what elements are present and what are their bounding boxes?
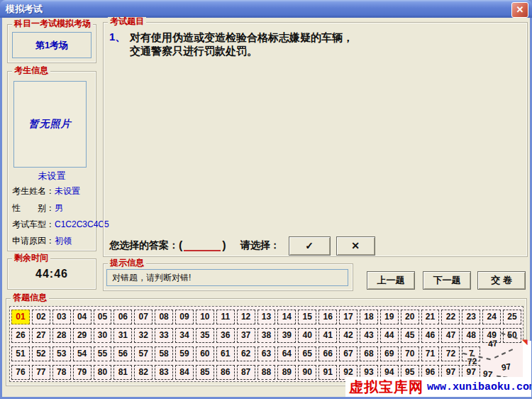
answer-cell[interactable]: 87 <box>237 365 255 380</box>
field-vehicle-type-value: C1C2C3C4C5 <box>55 219 109 229</box>
answer-cell[interactable]: 09 <box>175 310 194 324</box>
answer-cell[interactable]: 03 <box>52 310 71 324</box>
answer-cell[interactable]: 06 <box>113 310 132 324</box>
titlebar[interactable]: 模拟考试 ✕ <box>0 0 532 18</box>
answer-cell[interactable]: 37 <box>237 328 255 343</box>
answer-cell[interactable]: 18 <box>360 310 378 324</box>
next-question-button[interactable]: 下一题 <box>423 271 471 290</box>
answer-cell[interactable]: 52 <box>32 346 50 361</box>
answer-cell[interactable]: 47 <box>441 328 460 343</box>
answer-cell[interactable]: 22 <box>441 310 460 324</box>
answer-cell[interactable]: 70 <box>401 346 419 361</box>
answer-cell[interactable]: 84 <box>175 365 194 380</box>
answer-cell[interactable]: 61 <box>216 346 235 361</box>
answer-cell[interactable]: 90 <box>298 365 316 380</box>
answer-cell[interactable]: 11 <box>216 310 235 324</box>
answer-cell[interactable]: 86 <box>216 365 235 380</box>
answer-cell[interactable]: 43 <box>360 328 378 343</box>
answer-cell[interactable]: 25 <box>503 310 521 324</box>
answer-cell[interactable]: 08 <box>155 310 173 324</box>
answer-cell[interactable]: 40 <box>298 328 316 343</box>
answer-cell[interactable]: 78 <box>52 365 71 380</box>
answer-cell[interactable]: 07 <box>134 310 153 324</box>
answer-cell[interactable]: 71 <box>421 346 440 361</box>
answer-cell[interactable]: 12 <box>237 310 255 324</box>
answer-cell[interactable]: 35 <box>196 328 214 343</box>
close-button[interactable]: ✕ <box>511 2 528 18</box>
answer-cell[interactable]: 56 <box>113 346 132 361</box>
answer-cell[interactable]: 17 <box>339 310 358 324</box>
answer-cell[interactable]: 88 <box>257 365 276 380</box>
answer-cell[interactable]: 51 <box>11 346 30 361</box>
answer-cell[interactable]: 04 <box>73 310 92 324</box>
answer-cell[interactable]: 29 <box>73 328 92 343</box>
answer-cell[interactable]: 89 <box>277 365 296 380</box>
answer-cell[interactable]: 05 <box>94 310 112 324</box>
submit-exam-button[interactable]: 交 卷 <box>477 271 526 290</box>
answer-cell[interactable]: 44 <box>380 328 399 343</box>
answer-cell[interactable]: 30 <box>94 328 112 343</box>
answer-cell[interactable]: 02 <box>32 310 50 324</box>
answer-cell[interactable]: 15 <box>298 310 316 324</box>
answer-cell[interactable]: 76 <box>11 365 30 380</box>
answer-cell[interactable]: 16 <box>318 310 337 324</box>
answer-cell[interactable]: 60 <box>196 346 214 361</box>
answer-cell[interactable]: 01 <box>11 310 30 324</box>
answer-cell[interactable]: 36 <box>216 328 235 343</box>
answer-cell[interactable]: 63 <box>257 346 276 361</box>
answer-cell[interactable]: 68 <box>360 346 378 361</box>
answer-cell[interactable]: 39 <box>277 328 296 343</box>
answer-cell[interactable]: 32 <box>134 328 153 343</box>
answer-cell[interactable]: 48 <box>462 328 480 343</box>
answer-cell[interactable]: 46 <box>421 328 440 343</box>
answer-cell[interactable]: 55 <box>94 346 112 361</box>
answer-cell[interactable]: 72 <box>441 346 460 361</box>
answer-cell[interactable]: 81 <box>113 365 132 380</box>
answer-cell[interactable]: 59 <box>175 346 194 361</box>
answer-cell[interactable]: 19 <box>380 310 399 324</box>
answer-cell[interactable]: 57 <box>134 346 153 361</box>
answer-cell[interactable]: 42 <box>339 328 358 343</box>
answer-false-button[interactable]: ✕ <box>336 236 375 256</box>
answer-cell[interactable]: 45 <box>401 328 419 343</box>
watermark-url[interactable]: www.xunibaoku.com <box>427 381 531 393</box>
answer-cell[interactable]: 34 <box>175 328 194 343</box>
question-group: 考试题目 1、 对有使用伪造或变造检验合格标志嫌疑的车辆， 交通警察只进行罚款处… <box>103 22 528 257</box>
prev-question-button[interactable]: 上一题 <box>367 271 415 290</box>
answer-cell[interactable]: 41 <box>318 328 337 343</box>
answer-cell[interactable]: 82 <box>134 365 153 380</box>
answer-cell[interactable]: 65 <box>298 346 316 361</box>
answer-cell[interactable]: 62 <box>237 346 255 361</box>
answer-cell[interactable]: 20 <box>401 310 419 324</box>
answer-cell[interactable]: 10 <box>196 310 214 324</box>
answer-cell[interactable]: 38 <box>257 328 276 343</box>
answer-cell[interactable]: 27 <box>32 328 50 343</box>
answer-cell[interactable]: 79 <box>73 365 92 380</box>
answer-cell[interactable]: 83 <box>155 365 173 380</box>
answer-cell[interactable]: 67 <box>339 346 358 361</box>
answer-cell[interactable]: 28 <box>52 328 71 343</box>
answer-cell[interactable]: 85 <box>196 365 214 380</box>
answer-cell[interactable]: 77 <box>32 365 50 380</box>
answer-cell[interactable]: 91 <box>318 365 337 380</box>
answer-cell[interactable]: 58 <box>155 346 173 361</box>
answer-row: 您选择的答案： ( ) 请选择： ✓ ✕ <box>109 236 375 256</box>
field-apply-reason: 申请原因：初领 <box>12 235 72 247</box>
answer-cell[interactable]: 64 <box>277 346 296 361</box>
field-vehicle-type: 考试车型：C1C2C3C4C5 <box>12 219 109 231</box>
answer-true-button[interactable]: ✓ <box>289 236 331 256</box>
answer-cell[interactable]: 54 <box>73 346 92 361</box>
answer-cell[interactable]: 13 <box>257 310 276 324</box>
answer-cell[interactable]: 26 <box>11 328 30 343</box>
answer-cell[interactable]: 31 <box>113 328 132 343</box>
answer-cell[interactable]: 69 <box>380 346 399 361</box>
answer-cell[interactable]: 66 <box>318 346 337 361</box>
answer-cell[interactable]: 14 <box>277 310 296 324</box>
answer-cell[interactable]: 23 <box>462 310 480 324</box>
answer-cell[interactable]: 80 <box>94 365 112 380</box>
answer-cell[interactable]: 53 <box>52 346 71 361</box>
question-number: 1、 <box>109 31 126 44</box>
answer-cell[interactable]: 33 <box>155 328 173 343</box>
answer-cell[interactable]: 21 <box>421 310 440 324</box>
answer-cell[interactable]: 24 <box>482 310 501 324</box>
